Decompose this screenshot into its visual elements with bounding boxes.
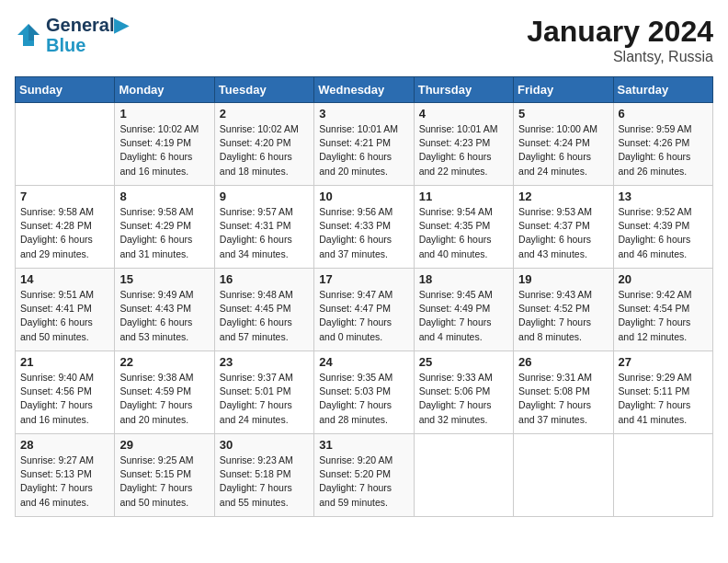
- day-number: 11: [419, 190, 508, 203]
- day-number: 17: [319, 272, 408, 286]
- calendar-cell: [613, 434, 712, 517]
- day-number: 22: [119, 355, 209, 369]
- day-number: 29: [119, 438, 209, 452]
- day-info: Sunrise: 9:47 AMSunset: 4:47 PMDaylight:…: [319, 288, 408, 344]
- day-info: Sunrise: 9:42 AMSunset: 4:54 PMDaylight:…: [619, 288, 708, 344]
- day-info: Sunrise: 9:37 AMSunset: 5:01 PMDaylight:…: [220, 371, 309, 427]
- calendar-cell: 24Sunrise: 9:35 AMSunset: 5:03 PMDayligh…: [314, 351, 414, 434]
- calendar-cell: 29Sunrise: 9:25 AMSunset: 5:15 PMDayligh…: [115, 434, 214, 517]
- column-header-monday: Monday: [115, 77, 214, 103]
- calendar-cell: 25Sunrise: 9:33 AMSunset: 5:06 PMDayligh…: [414, 351, 513, 434]
- day-info: Sunrise: 9:23 AMSunset: 5:18 PMDaylight:…: [220, 454, 309, 510]
- day-info: Sunrise: 9:54 AMSunset: 4:35 PMDaylight:…: [419, 205, 508, 261]
- logo-text: General▶ Blue: [46, 15, 128, 55]
- calendar-cell: 7Sunrise: 9:58 AMSunset: 4:28 PMDaylight…: [16, 186, 115, 269]
- day-number: 13: [619, 190, 708, 203]
- calendar-cell: 1Sunrise: 10:02 AMSunset: 4:19 PMDayligh…: [115, 103, 214, 186]
- calendar-header-row: SundayMondayTuesdayWednesdayThursdayFrid…: [16, 77, 713, 103]
- day-info: Sunrise: 9:57 AMSunset: 4:31 PMDaylight:…: [220, 205, 309, 261]
- day-info: Sunrise: 9:53 AMSunset: 4:37 PMDaylight:…: [518, 205, 608, 261]
- calendar-cell: [514, 434, 613, 517]
- day-info: Sunrise: 9:43 AMSunset: 4:52 PMDaylight:…: [518, 288, 608, 344]
- column-header-sunday: Sunday: [16, 77, 115, 103]
- day-info: Sunrise: 10:02 AMSunset: 4:20 PMDaylight…: [220, 122, 309, 178]
- day-number: 6: [619, 107, 708, 121]
- day-info: Sunrise: 9:52 AMSunset: 4:39 PMDaylight:…: [619, 205, 708, 261]
- calendar-cell: 15Sunrise: 9:49 AMSunset: 4:43 PMDayligh…: [115, 269, 214, 351]
- calendar-cell: 28Sunrise: 9:27 AMSunset: 5:13 PMDayligh…: [16, 434, 115, 517]
- calendar-cell: 21Sunrise: 9:40 AMSunset: 4:56 PMDayligh…: [16, 351, 115, 434]
- calendar-cell: 9Sunrise: 9:57 AMSunset: 4:31 PMDaylight…: [214, 186, 313, 269]
- day-number: 16: [220, 272, 309, 286]
- calendar-cell: 19Sunrise: 9:43 AMSunset: 4:52 PMDayligh…: [514, 269, 613, 351]
- day-info: Sunrise: 9:51 AMSunset: 4:41 PMDaylight:…: [20, 288, 109, 344]
- day-number: 30: [220, 438, 309, 452]
- day-info: Sunrise: 9:40 AMSunset: 4:56 PMDaylight:…: [20, 371, 109, 427]
- day-info: Sunrise: 9:58 AMSunset: 4:28 PMDaylight:…: [20, 205, 109, 261]
- day-number: 26: [518, 355, 608, 369]
- day-number: 23: [220, 355, 309, 369]
- day-number: 25: [419, 355, 508, 369]
- calendar-cell: 16Sunrise: 9:48 AMSunset: 4:45 PMDayligh…: [214, 269, 313, 351]
- calendar-table: SundayMondayTuesdayWednesdayThursdayFrid…: [15, 76, 713, 517]
- day-number: 3: [319, 107, 408, 121]
- calendar-cell: 18Sunrise: 9:45 AMSunset: 4:49 PMDayligh…: [414, 269, 513, 351]
- month-title: January 2024: [527, 15, 713, 49]
- column-header-friday: Friday: [514, 77, 613, 103]
- calendar-cell: 11Sunrise: 9:54 AMSunset: 4:35 PMDayligh…: [414, 186, 513, 269]
- day-number: 4: [419, 107, 508, 121]
- calendar-cell: [16, 103, 115, 186]
- day-info: Sunrise: 9:25 AMSunset: 5:15 PMDaylight:…: [119, 454, 209, 510]
- day-number: 19: [518, 272, 608, 286]
- day-number: 10: [319, 190, 408, 203]
- svg-marker-1: [28, 24, 40, 40]
- calendar-cell: 30Sunrise: 9:23 AMSunset: 5:18 PMDayligh…: [214, 434, 313, 517]
- calendar-cell: 20Sunrise: 9:42 AMSunset: 4:54 PMDayligh…: [613, 269, 712, 351]
- day-info: Sunrise: 9:33 AMSunset: 5:06 PMDaylight:…: [419, 371, 508, 427]
- day-info: Sunrise: 9:31 AMSunset: 5:08 PMDaylight:…: [518, 371, 608, 427]
- calendar-cell: 12Sunrise: 9:53 AMSunset: 4:37 PMDayligh…: [514, 186, 613, 269]
- day-info: Sunrise: 10:01 AMSunset: 4:21 PMDaylight…: [319, 122, 408, 178]
- calendar-cell: 6Sunrise: 9:59 AMSunset: 4:26 PMDaylight…: [613, 103, 712, 186]
- calendar-cell: 5Sunrise: 10:00 AMSunset: 4:24 PMDayligh…: [514, 103, 613, 186]
- day-number: 7: [20, 190, 109, 203]
- day-number: 9: [220, 190, 309, 203]
- day-info: Sunrise: 9:49 AMSunset: 4:43 PMDaylight:…: [119, 288, 209, 344]
- calendar-cell: 3Sunrise: 10:01 AMSunset: 4:21 PMDayligh…: [314, 103, 414, 186]
- calendar-week-row: 28Sunrise: 9:27 AMSunset: 5:13 PMDayligh…: [16, 434, 713, 517]
- day-info: Sunrise: 9:56 AMSunset: 4:33 PMDaylight:…: [319, 205, 408, 261]
- day-number: 14: [20, 272, 109, 286]
- day-number: 27: [619, 355, 708, 369]
- day-info: Sunrise: 10:00 AMSunset: 4:24 PMDaylight…: [518, 122, 608, 178]
- calendar-cell: 14Sunrise: 9:51 AMSunset: 4:41 PMDayligh…: [16, 269, 115, 351]
- calendar-cell: 22Sunrise: 9:38 AMSunset: 4:59 PMDayligh…: [115, 351, 214, 434]
- day-info: Sunrise: 9:38 AMSunset: 4:59 PMDaylight:…: [119, 371, 209, 427]
- calendar-cell: 4Sunrise: 10:01 AMSunset: 4:23 PMDayligh…: [414, 103, 513, 186]
- title-block: January 2024 Slantsy, Russia: [527, 15, 713, 65]
- column-header-tuesday: Tuesday: [214, 77, 313, 103]
- day-info: Sunrise: 9:48 AMSunset: 4:45 PMDaylight:…: [220, 288, 309, 344]
- calendar-week-row: 14Sunrise: 9:51 AMSunset: 4:41 PMDayligh…: [16, 269, 713, 351]
- day-info: Sunrise: 9:27 AMSunset: 5:13 PMDaylight:…: [20, 454, 109, 510]
- calendar-cell: 13Sunrise: 9:52 AMSunset: 4:39 PMDayligh…: [613, 186, 712, 269]
- calendar-cell: 2Sunrise: 10:02 AMSunset: 4:20 PMDayligh…: [214, 103, 313, 186]
- calendar-cell: [414, 434, 513, 517]
- day-number: 15: [119, 272, 209, 286]
- day-number: 24: [319, 355, 408, 369]
- column-header-wednesday: Wednesday: [314, 77, 414, 103]
- calendar-week-row: 7Sunrise: 9:58 AMSunset: 4:28 PMDaylight…: [16, 186, 713, 269]
- logo: General▶ Blue: [15, 15, 128, 55]
- day-info: Sunrise: 10:02 AMSunset: 4:19 PMDaylight…: [119, 122, 209, 178]
- location: Slantsy, Russia: [527, 49, 713, 65]
- calendar-week-row: 21Sunrise: 9:40 AMSunset: 4:56 PMDayligh…: [16, 351, 713, 434]
- calendar-cell: 26Sunrise: 9:31 AMSunset: 5:08 PMDayligh…: [514, 351, 613, 434]
- day-number: 12: [518, 190, 608, 203]
- day-number: 8: [119, 190, 209, 203]
- day-number: 21: [20, 355, 109, 369]
- day-info: Sunrise: 9:59 AMSunset: 4:26 PMDaylight:…: [619, 122, 708, 178]
- calendar-cell: 10Sunrise: 9:56 AMSunset: 4:33 PMDayligh…: [314, 186, 414, 269]
- logo-icon: [15, 21, 42, 49]
- day-info: Sunrise: 9:45 AMSunset: 4:49 PMDaylight:…: [419, 288, 508, 344]
- day-info: Sunrise: 9:29 AMSunset: 5:11 PMDaylight:…: [619, 371, 708, 427]
- calendar-cell: 31Sunrise: 9:20 AMSunset: 5:20 PMDayligh…: [314, 434, 414, 517]
